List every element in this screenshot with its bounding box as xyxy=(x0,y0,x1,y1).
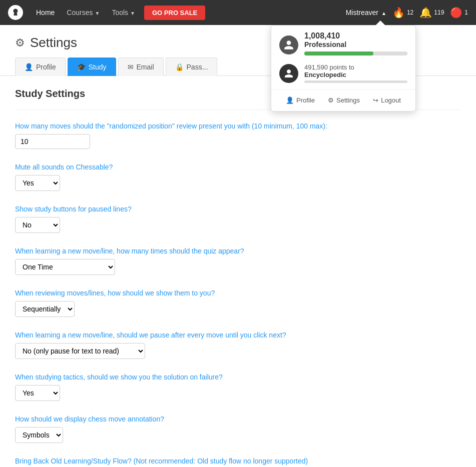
tab-email[interactable]: ✉ Email xyxy=(118,58,164,76)
alert-count: 1 xyxy=(464,9,468,16)
gear-icon: ⚙ xyxy=(328,96,334,104)
setting-pause-every-move: When learning a new move/line, should we… xyxy=(15,331,461,359)
setting-show-solution: When studying tactics, should we show yo… xyxy=(15,373,461,401)
setting-quiz-appear: When learning a new move/line, how many … xyxy=(15,247,461,275)
dropdown-next-row: 491,590 points to Encyclopedic xyxy=(279,64,407,83)
site-logo[interactable] xyxy=(8,5,23,20)
next-rank-label: Encyclopedic xyxy=(304,71,407,78)
fire-icon: 🔥 xyxy=(392,6,405,18)
courses-chevron-icon xyxy=(95,8,100,16)
nav-links: Home Courses Tools GO PRO SALE xyxy=(31,6,346,20)
avatar xyxy=(279,36,298,54)
user-icon: 👤 xyxy=(286,96,294,104)
study-tab-icon: 🎓 xyxy=(77,63,86,71)
go-pro-button[interactable]: GO PRO SALE xyxy=(144,6,205,20)
study-buttons-paused-select[interactable]: No Yes xyxy=(15,217,60,233)
setting-old-study-flow-label: Bring Back Old Learning/Study Flow? (Not… xyxy=(15,457,461,465)
user-points: 1,008,410 xyxy=(304,32,407,40)
next-rank-points: 491,590 points to xyxy=(304,64,407,71)
setting-study-buttons-paused: Show study buttons for paused lines? No … xyxy=(15,205,461,233)
setting-pause-every-move-label: When learning a new move/line, should we… xyxy=(15,331,461,339)
tab-email-label: Email xyxy=(137,63,154,71)
next-rank-bar xyxy=(304,80,407,83)
alert-button[interactable]: 🔴 1 xyxy=(450,6,468,18)
bell-count: 119 xyxy=(434,9,444,16)
page-title: Settings xyxy=(30,35,77,50)
nav-right: Mistreaver 🔥 12 🔔 119 🔴 1 xyxy=(346,6,468,18)
nav-courses[interactable]: Courses xyxy=(62,6,105,20)
fire-streak-button[interactable]: 🔥 12 xyxy=(392,6,413,18)
notification-button[interactable]: 🔔 119 xyxy=(419,6,444,18)
bell-icon: 🔔 xyxy=(419,6,432,18)
rank-progress-fill xyxy=(304,52,373,56)
dropdown-logout-link[interactable]: ↪ Logout xyxy=(369,94,405,106)
dropdown-arrow xyxy=(375,20,385,26)
tab-profile-label: Profile xyxy=(36,63,56,71)
setting-show-solution-label: When studying tactics, should we show yo… xyxy=(15,373,461,381)
setting-review-order-label: When reviewing moves/lines, how should w… xyxy=(15,289,461,297)
dropdown-menu: 👤 Profile ⚙ Settings ↪ Logout xyxy=(271,89,415,111)
study-settings-body: Study Settings How many moves should the… xyxy=(0,76,476,467)
tab-password-label: Pass... xyxy=(187,63,208,71)
setting-old-study-flow: Bring Back Old Learning/Study Flow? (Not… xyxy=(15,457,461,467)
tab-profile[interactable]: 👤 Profile xyxy=(15,58,66,76)
randomized-moves-input[interactable] xyxy=(15,134,90,149)
username-label: Mistreaver xyxy=(346,8,378,16)
setting-quiz-appear-label: When learning a new move/line, how many … xyxy=(15,247,461,255)
user-dropdown: 1,008,410 Professional 491,590 points to… xyxy=(271,25,416,112)
user-chevron-icon xyxy=(381,8,386,16)
logout-icon: ↪ xyxy=(373,96,378,104)
setting-mute-sounds: Mute all sounds on Chessable? Yes No xyxy=(15,163,461,191)
rank-progress-bar xyxy=(304,52,407,56)
dropdown-profile-link[interactable]: 👤 Profile xyxy=(282,94,319,106)
dropdown-settings-link[interactable]: ⚙ Settings xyxy=(324,94,364,106)
setting-annotation-display-label: How should we display chess move annotat… xyxy=(15,415,461,423)
navbar: Home Courses Tools GO PRO SALE Mistreave… xyxy=(0,0,476,25)
user-menu-button[interactable]: Mistreaver xyxy=(346,8,386,16)
nav-tools[interactable]: Tools xyxy=(107,6,140,20)
pause-every-move-select[interactable]: No (only pause for text to read) Yes xyxy=(15,343,145,359)
setting-study-buttons-paused-label: Show study buttons for paused lines? xyxy=(15,205,461,213)
nav-home[interactable]: Home xyxy=(31,6,60,20)
settings-gear-icon xyxy=(15,36,25,50)
show-solution-select[interactable]: Yes No xyxy=(15,385,60,401)
setting-annotation-display: How should we display chess move annotat… xyxy=(15,415,461,443)
user-rank: Professional xyxy=(304,40,407,48)
lock-tab-icon: 🔒 xyxy=(175,63,184,71)
tab-study-label: Study xyxy=(89,63,107,71)
setting-mute-sounds-label: Mute all sounds on Chessable? xyxy=(15,163,461,171)
dropdown-user-info: 1,008,410 Professional xyxy=(304,32,407,58)
setting-randomized-moves-label: How many moves should the "randomized po… xyxy=(15,122,461,130)
tab-password[interactable]: 🔒 Pass... xyxy=(166,58,218,76)
quiz-appear-select[interactable]: One Time Two Times Three Times xyxy=(15,259,115,275)
review-order-select[interactable]: Sequentially Randomly xyxy=(15,301,75,317)
dropdown-next-info: 491,590 points to Encyclopedic xyxy=(304,64,407,83)
fire-count: 12 xyxy=(407,9,413,16)
annotation-display-select[interactable]: Symbols Text xyxy=(15,427,63,443)
profile-tab-icon: 👤 xyxy=(25,63,33,71)
dropdown-user-row: 1,008,410 Professional xyxy=(279,32,407,58)
next-rank-icon xyxy=(279,64,298,83)
tab-study[interactable]: 🎓 Study xyxy=(68,58,116,76)
setting-review-order: When reviewing moves/lines, how should w… xyxy=(15,289,461,317)
tools-chevron-icon xyxy=(130,8,135,16)
email-tab-icon: ✉ xyxy=(128,63,134,71)
dropdown-user-section: 1,008,410 Professional 491,590 points to… xyxy=(271,26,415,89)
mute-sounds-select[interactable]: Yes No xyxy=(15,175,60,191)
setting-randomized-moves: How many moves should the "randomized po… xyxy=(15,122,461,149)
alert-icon: 🔴 xyxy=(450,6,462,18)
